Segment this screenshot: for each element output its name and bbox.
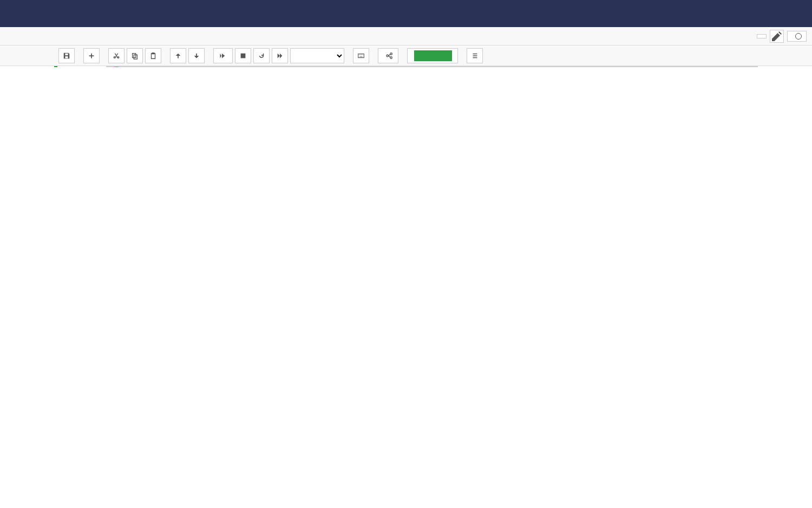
paste-icon	[149, 52, 157, 60]
menu-file[interactable]	[60, 33, 73, 40]
arrow-down-icon	[193, 52, 200, 60]
menu-help[interactable]	[163, 33, 176, 40]
stop-button[interactable]	[235, 48, 251, 63]
menu-cell[interactable]	[112, 33, 125, 40]
top-nav	[0, 0, 812, 27]
share-button[interactable]	[378, 48, 398, 63]
fast-forward-button[interactable]	[272, 48, 288, 63]
toc-button[interactable]	[467, 48, 483, 63]
save-icon	[63, 52, 70, 60]
run-button[interactable]	[213, 48, 233, 63]
save-button[interactable]	[58, 48, 75, 63]
trusted-badge[interactable]	[757, 34, 767, 38]
menu-insert[interactable]	[99, 33, 112, 40]
menubar	[0, 27, 812, 45]
mem-bar	[414, 50, 452, 61]
scissors-icon	[113, 52, 120, 60]
move-up-button[interactable]	[170, 48, 186, 63]
list-icon	[471, 52, 479, 60]
keyboard-icon	[357, 52, 365, 60]
toolbar	[0, 45, 812, 66]
svg-rect-0	[241, 53, 246, 58]
paste-button[interactable]	[145, 48, 161, 63]
menu-view[interactable]	[86, 33, 99, 40]
restart-icon	[258, 52, 265, 60]
kernel-status-icon	[795, 33, 802, 40]
notebook-area	[0, 66, 812, 67]
add-cell-button[interactable]	[83, 48, 100, 63]
plus-icon	[88, 52, 95, 60]
copy-button[interactable]	[127, 48, 143, 63]
cell-type-select[interactable]	[290, 48, 344, 63]
run-icon	[218, 52, 226, 60]
restart-button[interactable]	[253, 48, 270, 63]
move-down-button[interactable]	[188, 48, 205, 63]
edit-button[interactable]	[770, 30, 784, 43]
kernel-indicator[interactable]	[787, 31, 807, 42]
svg-rect-1	[358, 54, 364, 57]
arrow-up-icon	[174, 52, 182, 60]
copy-icon	[131, 52, 139, 60]
memory-indicator[interactable]	[407, 48, 458, 63]
keyboard-button[interactable]	[353, 48, 369, 63]
menu-sample-code[interactable]	[137, 33, 150, 40]
code-editor[interactable]	[106, 66, 758, 67]
share-icon	[386, 52, 394, 60]
cut-button[interactable]	[108, 48, 125, 63]
stop-icon	[239, 52, 247, 60]
menu-edit[interactable]	[73, 33, 86, 40]
cursor-highlight-circle	[107, 67, 126, 67]
pencil-icon	[770, 30, 783, 43]
code-cell[interactable]	[54, 66, 758, 67]
menu-kernel[interactable]	[125, 33, 137, 40]
fast-forward-icon	[276, 52, 284, 60]
menu-widgets[interactable]	[150, 33, 163, 40]
